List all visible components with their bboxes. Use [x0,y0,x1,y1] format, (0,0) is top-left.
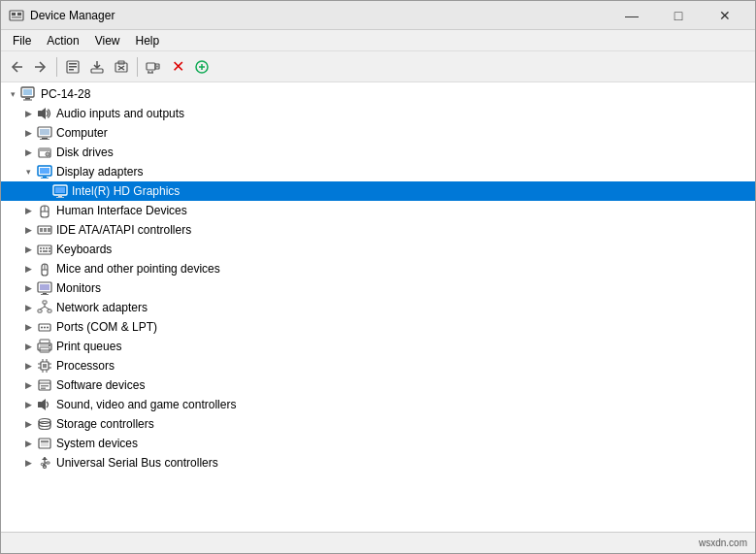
svg-rect-56 [49,250,50,252]
window-title: Device Manager [30,9,609,22]
disk-label: Disk drives [56,146,114,159]
tree-usb[interactable]: ▶ Universal Serial Bus controllers [1,453,755,473]
audio-label: Audio inputs and outputs [56,107,184,120]
storage-icon [36,415,53,433]
expand-monitors[interactable]: ▶ [20,280,36,296]
svg-rect-63 [43,301,47,304]
tree-ide[interactable]: ▶ IDE ATA/ATAPI controllers [1,220,755,240]
scan-button[interactable] [142,55,165,79]
tree-display[interactable]: ▾ Display adapters [1,162,755,181]
svg-rect-50 [40,247,42,249]
enable-button[interactable]: ✕ [166,55,189,79]
svg-line-67 [40,307,45,310]
expand-sound[interactable]: ▶ [20,397,36,412]
uninstall-button[interactable] [110,55,133,79]
software-icon [36,376,53,394]
expand-ide[interactable]: ▶ [20,222,36,238]
expand-computer[interactable]: ▶ [20,125,36,141]
expand-display[interactable]: ▾ [20,164,36,179]
tree-processors[interactable]: ▶ Processors [1,356,755,375]
svg-rect-53 [49,247,50,249]
tree-hid[interactable]: ▶ Human Interface Devices [1,201,755,220]
expand-processors[interactable]: ▶ [20,358,36,374]
tree-ports[interactable]: ▶ Ports (COM & LPT) [1,317,755,337]
usb-icon [36,454,53,472]
expand-mice[interactable]: ▶ [20,261,36,277]
audio-icon [36,105,53,122]
back-button[interactable] [5,55,28,79]
tree-root[interactable]: ▾ PC-14-28 [1,84,755,104]
app-icon [9,8,24,23]
ports-icon [36,318,53,336]
add-driver-button[interactable] [190,55,214,79]
tree-monitors[interactable]: ▶ Monitors [1,278,755,298]
hid-label: Human Interface Devices [56,204,187,217]
expand-network[interactable]: ▶ [20,300,36,315]
svg-rect-62 [41,294,49,295]
minimize-button[interactable]: — [609,1,654,30]
expand-software[interactable]: ▶ [20,377,36,393]
tree-intel-hd[interactable]: ▶ Intel(R) HD Graphics [1,181,755,201]
close-button[interactable]: ✕ [703,1,747,30]
expand-audio[interactable]: ▶ [20,106,36,121]
device-manager-window: Device Manager — □ ✕ File Action View He… [0,0,756,554]
toolbar-separator-2 [137,57,138,77]
expand-usb[interactable]: ▶ [20,455,36,471]
svg-rect-79 [43,364,47,368]
svg-rect-8 [91,69,103,73]
tree-software[interactable]: ▶ Software devices [1,375,755,395]
display-label: Display adapters [56,165,143,179]
tree-print[interactable]: ▶ Print queues [1,337,755,356]
properties-button[interactable] [61,55,84,79]
intel-hd-label: Intel(R) HD Graphics [72,184,180,198]
system-label: System devices [56,437,138,450]
tree-network[interactable]: ▶ Network adapters [1,298,755,317]
svg-rect-76 [40,344,49,347]
svg-point-70 [41,327,43,329]
menu-help[interactable]: Help [128,31,168,50]
sound-icon [36,396,53,413]
tree-disk[interactable]: ▶ Disk drives [1,143,755,162]
expand-system[interactable]: ▶ [20,436,36,451]
maximize-button[interactable]: □ [656,1,701,30]
tree-keyboards[interactable]: ▶ Keyboards [1,240,755,259]
expand-print[interactable]: ▶ [20,339,36,354]
computer-icon [20,85,38,103]
ide-icon [36,221,53,239]
svg-rect-15 [156,65,159,67]
svg-rect-3 [12,16,21,18]
svg-rect-91 [41,388,46,390]
update-driver-button[interactable] [85,55,109,79]
expand-hid[interactable]: ▶ [20,203,36,218]
svg-point-71 [44,327,46,329]
expand-ports[interactable]: ▶ [20,319,36,335]
svg-rect-32 [39,148,50,151]
device-tree[interactable]: ▾ PC-14-28 ▶ [1,82,755,532]
mice-label: Mice and other pointing devices [56,262,220,276]
svg-rect-47 [44,228,47,232]
svg-line-68 [45,307,49,310]
title-bar: Device Manager — □ ✕ [1,1,755,30]
usb-label: Universal Serial Bus controllers [56,456,218,470]
menu-file[interactable]: File [5,31,39,50]
computer2-icon [36,124,53,142]
expand-keyboards[interactable]: ▶ [20,242,36,257]
tree-audio[interactable]: ▶ Audio inputs and outputs [1,104,755,123]
svg-rect-60 [40,284,49,290]
expand-root[interactable]: ▾ [5,86,20,102]
tree-system[interactable]: ▶ System devices [1,434,755,453]
menu-bar: File Action View Help [1,30,755,51]
expand-storage[interactable]: ▶ [20,416,36,432]
tree-mice[interactable]: ▶ Mice and other pointing devices [1,259,755,278]
menu-view[interactable]: View [87,31,128,50]
menu-action[interactable]: Action [39,31,86,50]
computer-label: Computer [56,126,108,140]
tree-storage[interactable]: ▶ Storage controllers [1,414,755,434]
tree-computer[interactable]: ▶ Computer [1,123,755,143]
tree-sound[interactable]: ▶ Sound, video and game controllers [1,395,755,414]
svg-rect-37 [43,177,47,178]
expand-disk[interactable]: ▶ [20,145,36,160]
forward-button[interactable] [29,55,52,79]
status-bar: wsxdn.com [1,532,755,553]
svg-rect-42 [56,197,64,198]
